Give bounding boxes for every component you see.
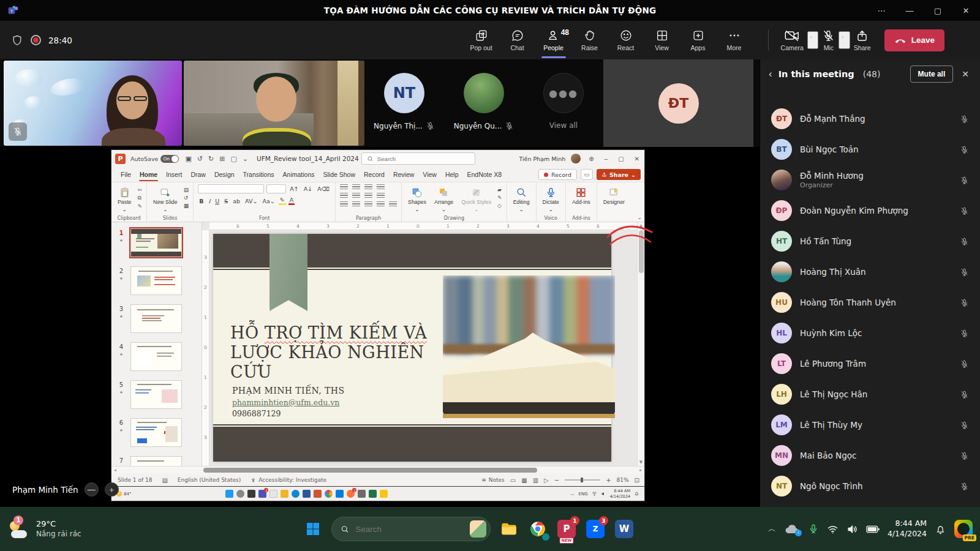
edge-icon[interactable]: [292, 490, 300, 498]
word-icon[interactable]: W: [614, 519, 635, 539]
layout-icon[interactable]: ▤: [184, 187, 189, 193]
autosave-toggle[interactable]: On: [160, 155, 179, 163]
participant-row[interactable]: ĐT Đỗ Mạnh Thắng: [760, 103, 980, 134]
ppt-tab[interactable]: EndNote X8: [463, 168, 507, 181]
zoom-slider[interactable]: [565, 479, 600, 481]
shared-clock[interactable]: 8:44 AM4/14/2024: [610, 489, 630, 498]
horizontal-scrollbar[interactable]: ◂ ▸: [111, 466, 644, 473]
firefox-icon[interactable]: 1: [347, 490, 355, 498]
comments-icon[interactable]: ▭: [581, 169, 593, 180]
mic-muted-icon[interactable]: [960, 114, 969, 124]
mic-muted-icon[interactable]: [960, 451, 969, 460]
video-tile-1[interactable]: [4, 61, 182, 146]
highlight-button[interactable]: ✎: [279, 197, 286, 205]
view-all-tile[interactable]: ●●● View all: [527, 73, 600, 130]
autosave-control[interactable]: AutoSave On: [130, 155, 179, 163]
taskbar-search-input[interactable]: [355, 525, 464, 534]
new-doc-icon[interactable]: ▢: [230, 155, 236, 163]
mic-muted-icon[interactable]: [960, 359, 969, 369]
slideshow-icon[interactable]: ⊞: [219, 155, 225, 163]
zoom-in-button[interactable]: ＋: [105, 482, 119, 497]
fit-slide-icon[interactable]: ⊡: [635, 477, 639, 484]
powerpoint-icon[interactable]: [314, 490, 322, 498]
mic-dropdown-chevron[interactable]: ⌄: [839, 31, 850, 49]
raise-hand-button[interactable]: Raise: [571, 21, 608, 59]
ppt-tab[interactable]: View: [418, 168, 441, 181]
zoom-level[interactable]: 81%: [617, 477, 629, 483]
slideshow-view-icon[interactable]: ▷: [544, 477, 549, 484]
align-center-icon[interactable]: [352, 201, 360, 208]
chrome-icon[interactable]: [325, 490, 333, 498]
camera-button[interactable]: Camera: [777, 29, 807, 51]
weather-widget[interactable]: 1 29°C Nắng rải rác: [9, 519, 81, 539]
font-color-button[interactable]: A: [288, 197, 295, 205]
close-button[interactable]: ✕: [952, 0, 980, 21]
numbering-icon[interactable]: [352, 184, 360, 190]
widgets-icon[interactable]: [270, 490, 277, 498]
slide-1[interactable]: HỖ TRỢ TÌM KIẾM VÀLƯỢC KHẢO NGHIÊN CỨU P…: [213, 234, 611, 462]
vertical-scrollbar[interactable]: ▲ ▼: [637, 222, 644, 466]
new-slide-button[interactable]: New Slide⌄: [151, 186, 179, 213]
tray-chevron-icon[interactable]: ︿: [571, 491, 575, 497]
teams-icon[interactable]: 1: [258, 490, 266, 498]
author-email-link[interactable]: phamminhtien@ufm.edu.vn: [232, 398, 344, 407]
clock[interactable]: 8:44 AM 4/14/2024: [888, 519, 927, 539]
justify-icon[interactable]: [377, 201, 385, 208]
ppt-tab[interactable]: Help: [441, 168, 463, 181]
ppt-tab[interactable]: Transitions: [239, 168, 279, 181]
ppt-minimize-button[interactable]: –: [602, 156, 611, 162]
ppt-tab[interactable]: Insert: [162, 168, 186, 181]
chat-button[interactable]: Chat: [499, 21, 535, 59]
align-right-icon[interactable]: [364, 201, 372, 208]
addins-button[interactable]: Add-ins: [570, 186, 592, 206]
ppt-tab[interactable]: Draw: [186, 168, 210, 181]
zalo-icon[interactable]: [336, 490, 344, 498]
speaker-icon[interactable]: [846, 523, 858, 535]
mic-muted-icon[interactable]: [960, 421, 969, 430]
bullets-icon[interactable]: [340, 184, 348, 190]
share-button[interactable]: Share: [850, 29, 875, 51]
ppt-tab[interactable]: Record: [360, 168, 389, 181]
scrollbar-thumb[interactable]: [203, 468, 537, 473]
ppt-user-avatar[interactable]: [571, 154, 581, 163]
battery-icon[interactable]: [866, 525, 880, 533]
start-button[interactable]: [303, 519, 323, 539]
redo-icon[interactable]: ↻: [208, 155, 214, 163]
windows-start-icon[interactable]: [225, 490, 233, 498]
grow-font-icon[interactable]: A↑: [288, 186, 300, 192]
undo-icon[interactable]: ↺: [197, 155, 203, 163]
accessibility-status[interactable]: Accessibility: Investigate: [251, 477, 326, 483]
zalo-icon[interactable]: Z 3: [585, 519, 606, 539]
participant-row[interactable]: HU Hoàng Tôn Thanh Uyên: [760, 287, 980, 318]
participant-row[interactable]: NT Ngô Ngọc Trình: [760, 471, 980, 501]
change-case-button[interactable]: Aa⌄: [261, 198, 276, 204]
slide-sorter-icon[interactable]: ▦: [521, 477, 527, 484]
present-online-icon[interactable]: ⊕: [586, 156, 596, 162]
underline-button[interactable]: U: [214, 198, 221, 204]
ppt-search-box[interactable]: [361, 152, 475, 165]
participant-tile[interactable]: Nguyễn Qu...: [447, 73, 521, 130]
react-button[interactable]: React: [608, 21, 644, 59]
participant-row[interactable]: HT Hồ Tấn Tùng: [760, 226, 980, 257]
mic-muted-icon[interactable]: [960, 145, 969, 154]
participant-row[interactable]: ĐP Đoàn Nguyễn Kim Phượng: [760, 195, 980, 226]
slide-thumbnail[interactable]: 1★: [115, 228, 202, 257]
mic-muted-icon[interactable]: [960, 176, 969, 185]
indent-increase-icon[interactable]: [340, 193, 348, 199]
font-size-box[interactable]: [266, 184, 286, 193]
slide-thumbnail[interactable]: 7★: [115, 456, 202, 466]
ppt-tab[interactable]: Animations: [279, 168, 319, 181]
participant-row[interactable]: MN Mai Bảo Ngọc: [760, 440, 980, 471]
participant-row[interactable]: BT Bùi Ngọc Toản: [760, 134, 980, 165]
participant-row[interactable]: LH Lê Thị Ngọc Hân: [760, 379, 980, 410]
reading-view-icon[interactable]: ▥: [533, 477, 538, 484]
participant-row[interactable]: LT Lê Phương Trâm: [760, 348, 980, 379]
slide-thumbnail[interactable]: 2★: [115, 266, 202, 295]
ppt-tab[interactable]: Home: [135, 168, 162, 181]
copy-icon[interactable]: ⧉: [138, 195, 143, 201]
language-indicator[interactable]: ENG: [579, 492, 588, 497]
slide-thumbnail[interactable]: 5★: [115, 380, 202, 409]
notes-toggle[interactable]: ≡ Notes: [481, 477, 505, 483]
char-spacing-button[interactable]: AV⌄: [244, 198, 258, 204]
cut-icon[interactable]: ✂: [138, 187, 143, 193]
